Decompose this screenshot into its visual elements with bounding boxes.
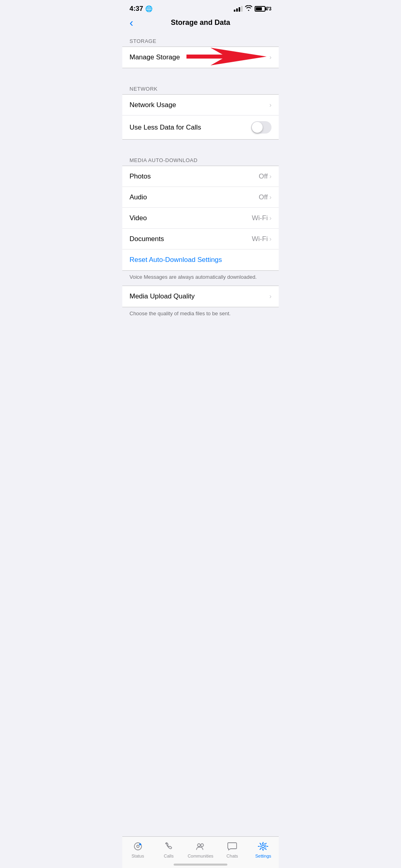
audio-right: Off › <box>259 193 271 201</box>
media-auto-download-header: MEDIA AUTO-DOWNLOAD <box>122 151 279 166</box>
photos-row[interactable]: Photos Off › <box>122 166 279 187</box>
toggle-knob <box>252 122 263 133</box>
video-right: Wi-Fi › <box>252 214 271 222</box>
media-upload-quality-label: Media Upload Quality <box>130 292 195 300</box>
audio-row[interactable]: Audio Off › <box>122 187 279 208</box>
svg-marker-0 <box>186 48 267 65</box>
nav-bar: ‹ Storage and Data <box>122 15 279 32</box>
audio-value: Off <box>259 193 267 201</box>
photos-chevron: › <box>269 173 271 180</box>
network-usage-chevron: › <box>269 101 271 109</box>
reset-auto-download-row[interactable]: Reset Auto-Download Settings <box>122 249 279 270</box>
manage-storage-chevron: › <box>269 54 271 61</box>
photos-value: Off <box>259 172 267 180</box>
media-upload-group: Media Upload Quality › <box>122 286 279 307</box>
network-usage-right: › <box>269 101 271 109</box>
signal-bars <box>234 6 243 12</box>
audio-chevron: › <box>269 194 271 201</box>
video-label: Video <box>130 214 147 222</box>
less-data-calls-toggle[interactable] <box>251 121 271 134</box>
less-data-calls-label: Use Less Data for Calls <box>130 124 201 132</box>
network-usage-row[interactable]: Network Usage › <box>122 95 279 116</box>
page-title: Storage and Data <box>171 18 230 27</box>
media-auto-download-group: Photos Off › Audio Off › Video Wi-Fi › D… <box>122 166 279 271</box>
storage-group: Manage Storage › <box>122 47 279 68</box>
wifi-icon <box>245 5 252 12</box>
voice-messages-info: Voice Messages are always automatically … <box>122 271 279 286</box>
media-upload-quality-row[interactable]: Media Upload Quality › <box>122 286 279 307</box>
back-button[interactable]: ‹ <box>130 16 133 29</box>
network-group: Network Usage › Use Less Data for Calls <box>122 94 279 140</box>
manage-storage-right: › <box>269 54 271 61</box>
network-usage-label: Network Usage <box>130 101 176 109</box>
media-upload-info: Choose the quality of media files to be … <box>122 307 279 322</box>
status-time: 4:37 🌐 <box>130 5 153 13</box>
reset-auto-download-label[interactable]: Reset Auto-Download Settings <box>130 256 222 264</box>
network-section-header: NETWORK <box>122 79 279 94</box>
documents-label: Documents <box>130 235 164 243</box>
status-icons: 73 <box>234 5 271 12</box>
media-upload-chevron: › <box>269 293 271 300</box>
status-bar: 4:37 🌐 73 <box>122 0 279 15</box>
documents-chevron: › <box>269 235 271 243</box>
spacer-2 <box>122 140 279 151</box>
red-arrow-annotation <box>178 46 267 69</box>
video-value: Wi-Fi <box>252 214 268 222</box>
documents-value: Wi-Fi <box>252 235 268 243</box>
photos-right: Off › <box>259 172 271 180</box>
documents-row[interactable]: Documents Wi-Fi › <box>122 229 279 249</box>
manage-storage-label: Manage Storage <box>130 53 180 61</box>
less-data-calls-row[interactable]: Use Less Data for Calls <box>122 116 279 139</box>
globe-icon: 🌐 <box>145 5 153 12</box>
video-row[interactable]: Video Wi-Fi › <box>122 208 279 229</box>
media-upload-quality-right: › <box>269 293 271 300</box>
page-content: STORAGE Manage Storage › NETWORK Network… <box>122 32 279 362</box>
audio-label: Audio <box>130 193 147 201</box>
documents-right: Wi-Fi › <box>252 235 271 243</box>
photos-label: Photos <box>130 172 151 180</box>
storage-section-header: STORAGE <box>122 32 279 47</box>
battery-icon: 73 <box>255 6 271 12</box>
video-chevron: › <box>269 215 271 222</box>
manage-storage-row[interactable]: Manage Storage › <box>122 47 279 68</box>
spacer-1 <box>122 68 279 79</box>
